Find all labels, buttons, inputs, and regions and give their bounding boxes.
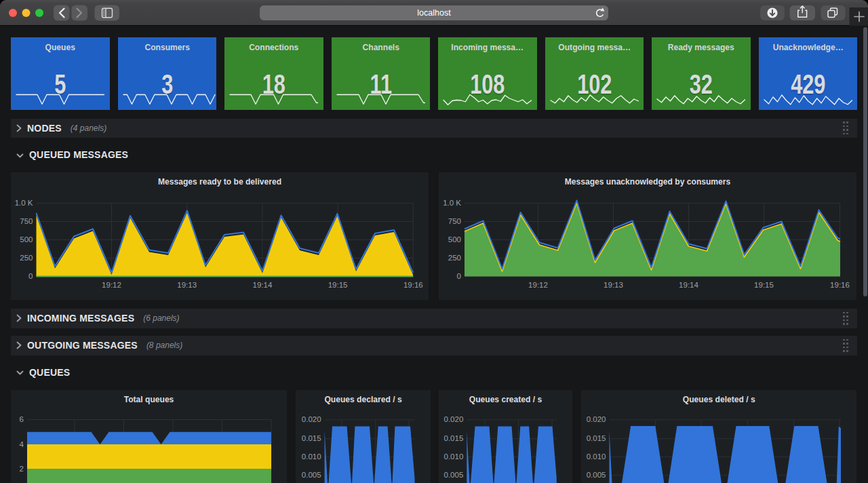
svg-text:19:12: 19:12 bbox=[528, 281, 548, 289]
svg-text:0.005: 0.005 bbox=[586, 471, 606, 479]
svg-text:750: 750 bbox=[448, 217, 460, 225]
svg-text:0.010: 0.010 bbox=[302, 452, 321, 461]
svg-text:1.0 K: 1.0 K bbox=[15, 199, 33, 207]
svg-text:0.005: 0.005 bbox=[302, 471, 321, 479]
svg-text:0.015: 0.015 bbox=[302, 434, 321, 442]
svg-text:6: 6 bbox=[20, 415, 24, 423]
svg-text:19:16: 19:16 bbox=[403, 281, 423, 289]
svg-text:0.015: 0.015 bbox=[443, 434, 463, 442]
svg-text:19:15: 19:15 bbox=[754, 281, 774, 289]
svg-text:4: 4 bbox=[20, 440, 24, 448]
svg-text:0.020: 0.020 bbox=[586, 415, 606, 423]
svg-text:0.010: 0.010 bbox=[443, 452, 463, 461]
svg-text:750: 750 bbox=[20, 217, 33, 225]
svg-text:500: 500 bbox=[20, 235, 33, 244]
svg-text:250: 250 bbox=[20, 254, 33, 262]
svg-text:500: 500 bbox=[448, 235, 460, 244]
svg-text:1.0 K: 1.0 K bbox=[443, 199, 461, 207]
svg-text:0.020: 0.020 bbox=[443, 415, 463, 423]
svg-text:0.020: 0.020 bbox=[302, 415, 321, 423]
svg-text:19:16: 19:16 bbox=[830, 281, 850, 289]
svg-text:19:14: 19:14 bbox=[679, 281, 698, 289]
svg-text:19:15: 19:15 bbox=[328, 281, 348, 289]
svg-text:2: 2 bbox=[20, 465, 24, 473]
svg-text:19:14: 19:14 bbox=[253, 281, 273, 289]
svg-text:19:13: 19:13 bbox=[177, 281, 197, 289]
svg-text:0: 0 bbox=[456, 272, 460, 280]
svg-text:19:12: 19:12 bbox=[102, 281, 121, 289]
svg-text:0: 0 bbox=[28, 272, 33, 280]
svg-text:0.015: 0.015 bbox=[586, 434, 606, 442]
svg-text:250: 250 bbox=[448, 254, 460, 262]
svg-text:0.005: 0.005 bbox=[443, 471, 463, 479]
svg-text:0.010: 0.010 bbox=[586, 452, 606, 461]
svg-text:19:13: 19:13 bbox=[604, 281, 623, 289]
